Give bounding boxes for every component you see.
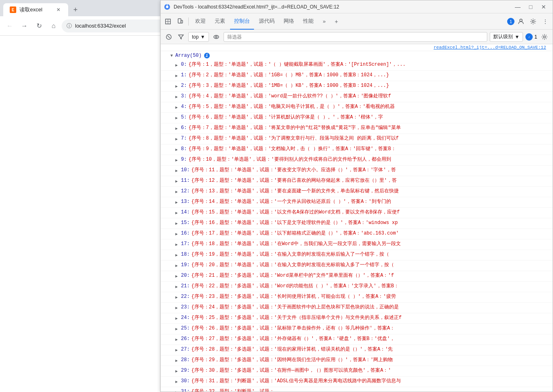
table-row[interactable]: ► 23: {序号：24，题型：'多选题'，试题：'关于画图软件中的上层色块和下… — [161, 303, 553, 313]
row-expand-arrow: ► — [175, 315, 179, 323]
console-content[interactable]: readExcel.html?_ijt=...d=RELOAD_ON_SAVE:… — [161, 44, 553, 392]
row-index: 11: — [181, 177, 190, 184]
top-dropdown-icon: ▼ — [200, 34, 205, 40]
table-row[interactable]: ► 15: {序号：16，题型：'单选题'，试题：'以下是文字处理软件的是（）'… — [161, 218, 553, 229]
tab-close-button[interactable]: ✕ — [55, 6, 62, 13]
more-tabs-button[interactable]: » — [318, 16, 330, 27]
expand-arrow: ▼ — [170, 54, 173, 58]
row-expand-arrow: ► — [175, 146, 179, 154]
table-row[interactable]: ► 7: {序号：8，题型：'单选题'，试题：'为了调整文章行与行、段落与段落之… — [161, 134, 553, 144]
row-expand-arrow: ► — [175, 62, 179, 69]
refresh-button[interactable]: ↻ — [32, 19, 45, 32]
forward-button[interactable]: → — [18, 19, 31, 32]
settings-icon — [530, 18, 536, 25]
settings-button[interactable] — [527, 16, 539, 27]
table-row[interactable]: ► 0: {序号：1，题型：'单选题'，试题：'（ ）键能截取屏幕画面'，答案A… — [161, 60, 553, 71]
svg-point-13 — [215, 36, 217, 38]
more-options-button[interactable]: ⋮ — [540, 16, 551, 27]
row-expand-arrow: ► — [175, 115, 179, 122]
table-row[interactable]: ► 9: {序号：10，题型：'单选题'，试题：'要得到别人的文件或将自己的文件… — [161, 155, 553, 166]
device-toggle-button[interactable] — [174, 16, 186, 27]
table-row[interactable]: ► 11: {序号：12，题型：'单选题'，试题：'要将自己喜欢的网站存储起来，… — [161, 176, 553, 187]
source-link[interactable]: readExcel.html?_ijt=...d=RELOAD_ON_SAVE:… — [161, 44, 553, 51]
row-expand-arrow: ► — [175, 231, 179, 238]
back-button[interactable]: ← — [3, 19, 16, 32]
row-content: {序号：11，题型：'单选题'，试题：'要改变文字的大小。应选择（）'，答案A：… — [192, 166, 549, 174]
table-row[interactable]: ► 10: {序号：11，题型：'单选题'，试题：'要改变文字的大小。应选择（）… — [161, 166, 553, 176]
row-content: {序号：10，题型：'单选题'，试题：'要得到别人的文件或将自己的文件给予别人，… — [188, 156, 549, 163]
console-settings-icon — [541, 34, 548, 40]
filter-toggle-button[interactable] — [176, 32, 186, 42]
table-row[interactable]: ► 13: {序号：14，题型：'单选题'，试题：'一个文件从回收站还原后（ ）… — [161, 197, 553, 208]
tab-welcome[interactable]: 欢迎 — [191, 13, 210, 30]
minimize-button[interactable]: — — [512, 1, 523, 13]
table-row[interactable]: ► 30: {序号：31，题型：'判断题'，试题：'ADSL信号分离器是用来分离… — [161, 377, 553, 387]
table-row[interactable]: ► 5: {序号：6，题型：'单选题'，试题：'计算机默认的字体是（ ）。'，答… — [161, 113, 553, 123]
filter-input[interactable] — [224, 32, 488, 42]
row-content: {序号：22，题型：'多选题'，试题：'Word的功能包括（ ）'，答案A：'文… — [192, 282, 549, 290]
table-row[interactable]: ► 4: {序号：5，题型：'单选题'，试题：'电脑又叫电子计算机，是（ ）'，… — [161, 102, 553, 113]
table-row[interactable]: ► 18: {序号：19，题型：'单选题'，试题：'在输入文章的时发现在光标后输… — [161, 250, 553, 261]
top-label: top — [192, 34, 199, 40]
row-index: 25: — [181, 325, 190, 332]
row-expand-arrow: ► — [175, 252, 179, 259]
profiles-button[interactable] — [515, 16, 527, 27]
home-button[interactable]: ⌂ — [47, 19, 60, 32]
row-content: {序号：13，题型：'单选题'，试题：'要在桌面建一个新的文件夹，单击鼠标右键，… — [192, 187, 549, 195]
table-row[interactable]: ► 31: {序号：32，题型：'判断题'，试题：... — [161, 387, 553, 392]
table-row[interactable]: ► 1: {序号：2，题型：'单选题'，试题：'1GB=（ ）MB'，答案A：1… — [161, 71, 553, 81]
table-row[interactable]: ► 27: {序号：28，题型：'多选题'，试题：'现在的家用计算机，错误关机的… — [161, 345, 553, 355]
svg-point-1 — [166, 6, 168, 8]
row-index: 17: — [181, 240, 190, 248]
table-row[interactable]: ► 3: {序号：4，题型：'单选题'，试题：'word是一款什么软件??（ ）… — [161, 92, 553, 102]
table-row[interactable]: ► 17: {序号：18，题型：'单选题'，试题：'在Word中，当我们输入完一… — [161, 239, 553, 250]
console-message-badge: i 1 — [525, 33, 537, 41]
table-row[interactable]: ► 29: {序号：30，题型：'多选题'，试题：'在附件—画图中，（）图形可以… — [161, 366, 553, 377]
svg-point-16 — [544, 36, 546, 38]
row-index: 20: — [181, 272, 190, 279]
execution-context-selector[interactable]: top ▼ — [188, 32, 209, 42]
row-index: 7: — [181, 135, 187, 142]
table-row[interactable]: ► 24: {序号：25，题型：'多选题'，试题：'关于文件（指非压缩单个文件）… — [161, 313, 553, 324]
row-index: 0: — [181, 61, 187, 68]
table-row[interactable]: ► 8: {序号：9，题型：'单选题'，试题：'文档输入时，击（ ）换行'，答案… — [161, 144, 553, 155]
clear-console-button[interactable] — [164, 32, 174, 42]
row-index: 6: — [181, 124, 187, 131]
tab-console[interactable]: 控制台 — [230, 13, 254, 30]
badge-icon: i — [525, 33, 533, 41]
table-row[interactable]: ► 28: {序号：29，题型：'多选题'，试题：'因特网在我们生活中的应用（）… — [161, 355, 553, 366]
table-row[interactable]: ► 20: {序号：21，题型：'多选题'，试题：'Word菜单栏中的"文件"菜… — [161, 271, 553, 282]
row-index: 27: — [181, 346, 190, 353]
svg-rect-6 — [178, 19, 181, 23]
table-row[interactable]: ► 19: {序号：20，题型：'单选题'，试题：'在输入文章的时发现在光标前输… — [161, 261, 553, 271]
array-info-icon[interactable]: i — [204, 53, 210, 58]
tab-sources[interactable]: 源代码 — [255, 13, 279, 30]
console-settings-button[interactable] — [540, 32, 549, 42]
table-row[interactable]: ► 22: {序号：23，题型：'多选题'，试题：'长时间使用计算机，可能会出现… — [161, 292, 553, 303]
table-row[interactable]: ► 14: {序号：15，题型：'单选题'，试题：'以文件名A保存过的Word文… — [161, 208, 553, 218]
table-row[interactable]: ► 25: {序号：26，题型：'多选题'，试题：'鼠标除了单击操作外，还有（）… — [161, 324, 553, 334]
table-row[interactable]: ► 26: {序号：27，题型：'多选题'，试题：'外存储器有（）'，答案A：'… — [161, 334, 553, 345]
row-index: 12: — [181, 187, 190, 195]
table-row[interactable]: ► 16: {序号：17，题型：'单选题'，试题：'以下邮箱格式正确的是（）'，… — [161, 229, 553, 239]
array-header[interactable]: ▼ Array(50) i — [161, 51, 553, 60]
row-index: 8: — [181, 145, 187, 153]
tab-performance[interactable]: 性能 — [299, 13, 318, 30]
inspect-element-button[interactable] — [162, 16, 174, 27]
table-row[interactable]: ► 2: {序号：3，题型：'单选题'，试题：'1MB=（ ）KB'，答案A：1… — [161, 81, 553, 92]
log-level-selector[interactable]: 默认级别 ▼ — [490, 32, 523, 42]
row-expand-arrow: ► — [175, 263, 179, 270]
table-row[interactable]: ► 12: {序号：13，题型：'单选题'，试题：'要在桌面建一个新的文件夹，单… — [161, 187, 553, 197]
tab-favicon: E — [10, 6, 16, 13]
tab-elements[interactable]: 元素 — [211, 13, 229, 30]
tab-network[interactable]: 网络 — [280, 13, 298, 30]
add-panel-button[interactable]: + — [331, 16, 342, 27]
table-row[interactable]: ► 6: {序号：7，题型：'单选题'，试题：'将某文章的中的"红花"替换成"黄… — [161, 123, 553, 134]
close-button[interactable]: ✕ — [538, 1, 549, 13]
maximize-button[interactable]: □ — [525, 1, 536, 13]
active-tab[interactable]: E 读取excel ✕ — [3, 3, 68, 16]
row-index: 14: — [181, 209, 190, 216]
table-row[interactable]: ► 21: {序号：22，题型：'多选题'，试题：'Word的功能包括（ ）'，… — [161, 282, 553, 292]
eye-button[interactable] — [211, 32, 221, 42]
new-tab-button[interactable]: + — [70, 4, 81, 15]
